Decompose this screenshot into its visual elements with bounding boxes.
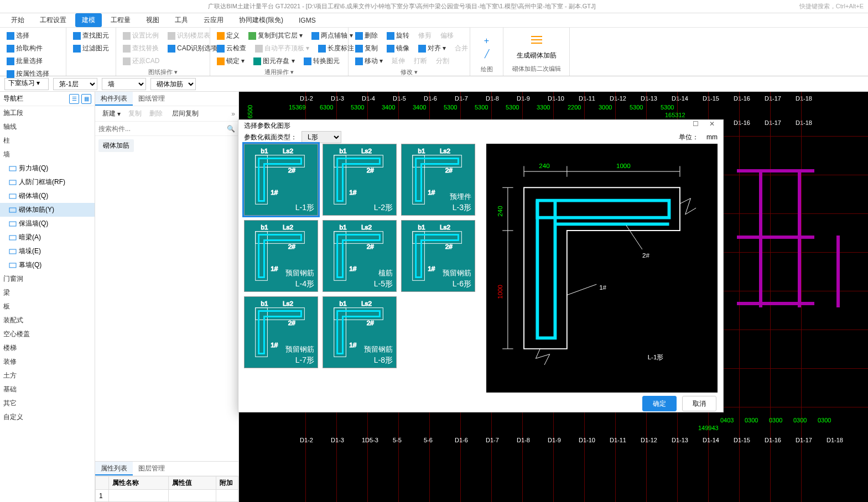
nav-section-other-9[interactable]: 其它: [0, 396, 95, 410]
tab-project-setup[interactable]: 工程设置: [33, 13, 73, 27]
rotate-icon: [387, 32, 394, 40]
shape-option-1[interactable]: Ls2b12#1#L-2形: [323, 144, 397, 216]
align-btn[interactable]: 对齐 ▾: [416, 43, 448, 54]
define-icon: [217, 32, 225, 40]
nav-wall-item-1[interactable]: 人防门框墙(RF): [0, 175, 95, 189]
shape-option-0[interactable]: Ls2b12#1#L-1形: [244, 144, 318, 216]
prop-header-extra: 附加: [216, 477, 238, 490]
draw-line[interactable]: ╱: [482, 48, 491, 59]
svg-rect-51: [334, 307, 346, 357]
section-type-select[interactable]: L形: [302, 131, 341, 143]
component-panel: 构件列表 图纸管理 新建 ▾ 复制 删除 层间复制 » 🔍 砌体加筋 属性列表 …: [95, 92, 239, 502]
define-btn[interactable]: 定义: [215, 30, 242, 41]
tab-drawing-manage[interactable]: 图纸管理: [133, 92, 170, 106]
lock-btn[interactable]: 锁定 ▾: [215, 55, 247, 67]
nav-wall-item-0[interactable]: 剪力墙(Q): [0, 161, 95, 175]
nav-section-wall[interactable]: 墙: [0, 148, 95, 161]
nav-wall-item-7[interactable]: 幕墙(Q): [0, 258, 95, 272]
copy-to-floor[interactable]: 复制到其它层 ▾: [246, 30, 305, 41]
shape-option-6[interactable]: Ls2b12#1#预留钢筋L-7形: [244, 296, 318, 368]
grid-dim: 15369: [289, 104, 306, 111]
tab-modeling[interactable]: 建模: [75, 13, 102, 27]
nav-section-other-7[interactable]: 土方: [0, 369, 95, 383]
search-icon[interactable]: 🔍: [227, 125, 235, 133]
select-main[interactable]: 选择: [4, 30, 61, 41]
generate-masonry-rebar[interactable]: 生成砌体加筋: [508, 30, 565, 64]
shape-option-3[interactable]: Ls2b12#1#预留钢筋L-4形: [244, 220, 318, 292]
layer-copy-btn[interactable]: 层间复制: [168, 108, 201, 119]
tab-igms[interactable]: IGMS: [292, 14, 323, 27]
find-element[interactable]: 查找图元: [71, 30, 111, 41]
comp-search-input[interactable]: [98, 125, 227, 133]
cancel-button[interactable]: 取消: [682, 396, 716, 411]
filter-element[interactable]: 过滤图元: [71, 43, 111, 54]
nav-wall-item-4[interactable]: 保温墙(Q): [0, 217, 95, 231]
nav-section-other-10[interactable]: 自定义: [0, 410, 95, 424]
move-btn[interactable]: 移动 ▾: [353, 55, 385, 67]
new-component-btn[interactable]: 新建 ▾: [98, 108, 123, 119]
shape-option-7[interactable]: Ls2b12#1#预留钢筋L-8形: [323, 296, 397, 368]
tab-layer-manage[interactable]: 图层管理: [133, 462, 170, 475]
cloud-check[interactable]: 云检查: [215, 43, 248, 54]
floor-selector[interactable]: 第-1层: [53, 78, 97, 90]
nav-section-other-0[interactable]: 门窗洞: [0, 272, 95, 286]
tab-quantity[interactable]: 工程量: [104, 13, 137, 27]
ok-button[interactable]: 确定: [642, 396, 677, 411]
tab-collab[interactable]: 协同建模(限免): [232, 13, 290, 27]
nav-wall-item-2[interactable]: 砌体墙(Q): [0, 189, 95, 203]
tab-component-list[interactable]: 构件列表: [95, 92, 133, 106]
shape-option-4[interactable]: Ls2b12#1#植筋L-5形: [323, 220, 397, 292]
nav-section-axis[interactable]: 轴线: [0, 120, 95, 134]
element-save[interactable]: 图元存盘 ▾: [251, 55, 297, 67]
svg-text:2#: 2#: [288, 319, 296, 327]
shape-option-2[interactable]: Ls2b12#1#预埋件L-3形: [401, 144, 475, 216]
grid-label-top: D1-8: [486, 95, 499, 102]
tab-cloud[interactable]: 云应用: [197, 13, 230, 27]
nav-section-other-3[interactable]: 装配式: [0, 313, 95, 327]
modify-group-label[interactable]: 修改 ▾: [353, 67, 465, 76]
tab-start[interactable]: 开始: [4, 13, 31, 27]
dialog-maximize-icon[interactable]: ☐: [690, 120, 701, 131]
svg-text:Ls2: Ls2: [283, 223, 293, 231]
nav-wall-item-6[interactable]: 墙垛(E): [0, 244, 95, 258]
category-selector[interactable]: 墙: [102, 78, 146, 90]
tab-property-list[interactable]: 属性列表: [95, 462, 133, 475]
nav-section-other-1[interactable]: 梁: [0, 286, 95, 300]
shortcut-search-hint[interactable]: 快捷键搜索，Ctrl+Alt+E: [799, 2, 864, 11]
nav-section-other-8[interactable]: 基础: [0, 383, 95, 396]
pick-element[interactable]: 拾取构件: [4, 43, 61, 54]
prop-row[interactable]: 1: [96, 490, 238, 502]
general-group-label[interactable]: 通用操作 ▾: [215, 67, 344, 76]
nav-section-construction[interactable]: 施工段: [0, 106, 95, 120]
nav-section-column[interactable]: 柱: [0, 134, 95, 148]
comp-more-icon[interactable]: »: [231, 110, 235, 118]
nav-view-grid-icon[interactable]: ▦: [81, 94, 91, 104]
nav-wall-item-3[interactable]: 砌体加筋(Y): [0, 203, 95, 217]
nav-section-other-4[interactable]: 空心楼盖: [0, 327, 95, 341]
batch-select[interactable]: 批量选择: [4, 55, 61, 67]
shape-option-5[interactable]: Ls2b12#1#预留钢筋L-6形: [401, 220, 475, 292]
mirror-btn[interactable]: 镜像: [384, 43, 412, 54]
comp-item-masonry-rebar[interactable]: 砌体加筋: [98, 139, 134, 152]
svg-rect-38: [413, 231, 462, 243]
grid-label-top: D1-9: [517, 95, 530, 102]
nav-section-other-2[interactable]: 板: [0, 300, 95, 313]
component-selector[interactable]: 砌体加筋: [150, 78, 196, 90]
delete-btn[interactable]: 删除: [353, 30, 380, 41]
nav-wall-item-5[interactable]: 暗梁(A): [0, 231, 95, 244]
split-btn: 分割: [434, 55, 451, 67]
svg-text:b1: b1: [340, 223, 347, 231]
nav-view-list-icon[interactable]: ☰: [69, 94, 79, 104]
tab-view[interactable]: 视图: [139, 13, 166, 27]
rotate-btn[interactable]: 旋转: [384, 30, 412, 41]
dialog-close-icon[interactable]: ✕: [706, 120, 718, 131]
draw-point[interactable]: +: [482, 35, 491, 47]
nav-section-other-5[interactable]: 楼梯: [0, 341, 95, 355]
tab-tools[interactable]: 工具: [168, 13, 195, 27]
nav-section-other-6[interactable]: 装修: [0, 355, 95, 369]
grid-label-top: D1-6: [424, 95, 437, 102]
drawing-group-label[interactable]: 图纸操作 ▾: [121, 67, 205, 76]
practice-selector[interactable]: 下室练习 ▾: [4, 78, 49, 90]
convert-element[interactable]: 转换图元: [302, 55, 342, 67]
copy-btn[interactable]: 复制: [353, 43, 380, 54]
